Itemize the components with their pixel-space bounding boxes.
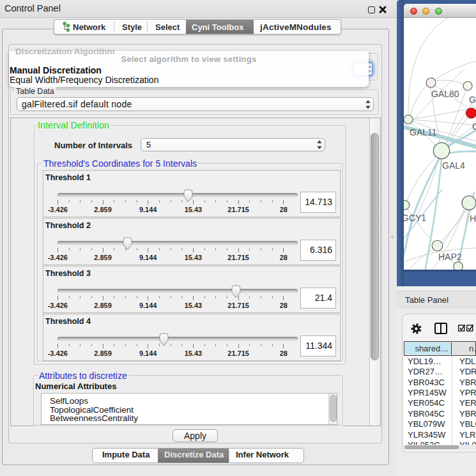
svg-text:HI: HI xyxy=(470,213,476,224)
svg-text:GAL11: GAL11 xyxy=(410,127,437,137)
svg-text:GCY1: GCY1 xyxy=(404,213,426,223)
svg-text:GAL: GAL xyxy=(469,95,476,105)
svg-text:GAL80: GAL80 xyxy=(431,89,459,99)
svg-text:C: C xyxy=(472,121,476,132)
svg-text:HAP2: HAP2 xyxy=(438,252,462,262)
svg-text:GAL4: GAL4 xyxy=(442,160,465,171)
